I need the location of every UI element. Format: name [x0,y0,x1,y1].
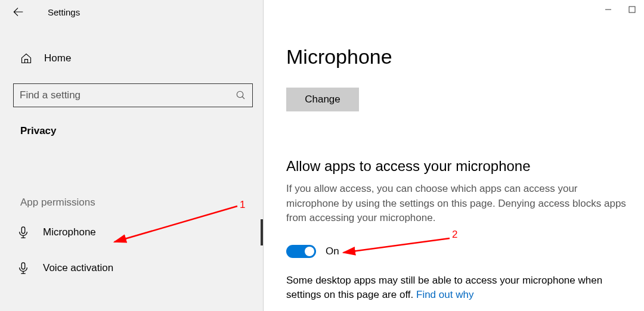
settings-sidebar: Settings Home Privacy App permissions Mi… [0,0,264,311]
sidebar-item-label: Voice activation [43,262,113,274]
back-button[interactable] [6,0,30,24]
minimize-icon [605,6,612,13]
allow-apps-toggle-row: On [286,245,632,258]
change-button[interactable]: Change [286,88,359,111]
desktop-apps-note: Some desktop apps may still be able to a… [286,273,632,302]
allow-apps-toggle[interactable] [286,245,316,258]
maximize-button[interactable] [628,6,636,13]
annotation-number-2: 2 [452,229,457,241]
maximize-icon [628,6,636,13]
minimize-button[interactable] [605,6,612,13]
microphone-icon [17,226,30,239]
toggle-state-label: On [326,245,339,257]
sidebar-home-label: Home [44,52,71,64]
search-container [0,73,263,113]
page-title: Microphone [286,45,632,69]
allow-apps-description: If you allow access, you can choose whic… [286,182,632,226]
microphone-icon [17,262,30,275]
sidebar-item-microphone[interactable]: Microphone [0,214,263,250]
search-box[interactable] [13,83,253,107]
window-title: Settings [30,7,80,17]
search-icon [236,90,246,101]
titlebar: Settings [0,0,263,24]
sidebar-item-label: Microphone [43,226,96,238]
svg-point-0 [237,91,243,98]
annotation-number-1: 1 [240,199,245,211]
home-icon [20,52,32,64]
toggle-knob [305,247,314,256]
sidebar-section-privacy: Privacy [0,113,263,137]
svg-rect-1 [21,227,25,234]
svg-rect-2 [21,263,25,269]
settings-main: Microphone Change Allow apps to access y… [264,0,644,311]
allow-apps-heading: Allow apps to access your microphone [286,158,632,175]
find-out-why-link[interactable]: Find out why [416,289,473,300]
sidebar-item-voice-activation[interactable]: Voice activation [0,250,263,286]
sidebar-item-home[interactable]: Home [0,44,263,73]
svg-rect-3 [629,7,635,13]
search-input[interactable] [20,89,236,101]
window-controls [605,6,636,13]
sidebar-subsection-app-permissions: App permissions [0,137,263,214]
arrow-left-icon [12,6,24,18]
